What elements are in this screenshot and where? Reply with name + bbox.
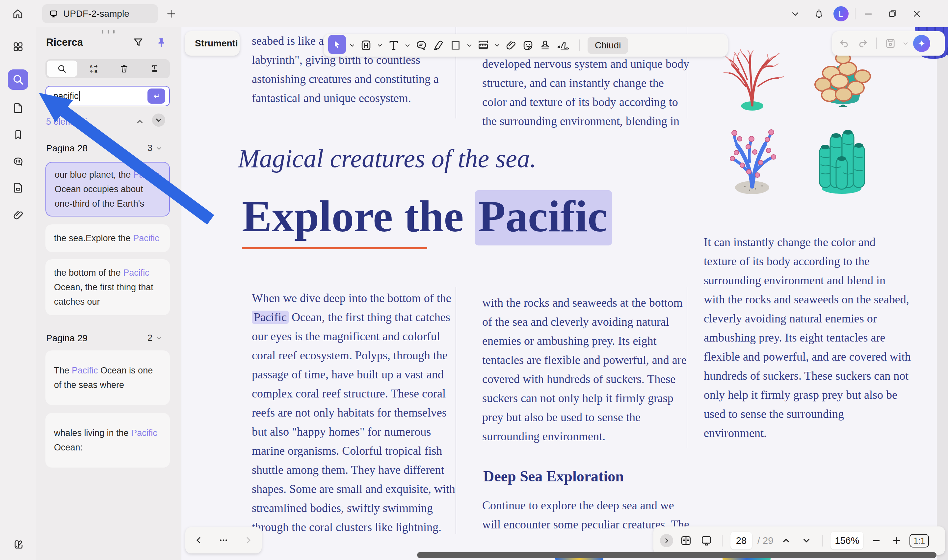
select-tool-dropdown[interactable] <box>348 38 356 53</box>
close-button[interactable] <box>909 6 925 22</box>
zoom-level-input[interactable]: 156% <box>831 532 863 549</box>
square-icon <box>450 40 461 51</box>
text-tool-button[interactable] <box>386 38 401 53</box>
enter-icon <box>152 91 161 101</box>
themes-button[interactable] <box>8 534 28 554</box>
window-menu-button[interactable] <box>788 6 803 22</box>
text-line: only help it firmly grasp prey but also … <box>704 385 911 405</box>
attach-tool-button[interactable] <box>503 38 518 53</box>
group-count[interactable]: 2 <box>148 333 163 343</box>
document-tab[interactable]: UPDF-2-sample <box>42 4 158 23</box>
tab-redact[interactable] <box>140 59 170 78</box>
search-submit-button[interactable] <box>148 89 165 104</box>
select-tool-button[interactable] <box>328 35 346 54</box>
text-line: Continue to explore the deep sea and we <box>482 496 689 515</box>
zoom-in-button[interactable] <box>889 533 904 548</box>
bottom-left-column-lines: our eyes is the magnificent and colorful… <box>252 327 455 537</box>
toolbar-divider <box>579 40 580 51</box>
text-line: hundreds of suckers. These suckers can n… <box>704 366 911 385</box>
search-result-item[interactable]: the bottom of the Pacific Ocean, the fir… <box>45 259 170 315</box>
measure-tool-dropdown[interactable] <box>493 38 501 53</box>
minus-icon <box>871 535 881 546</box>
tab-replace[interactable]: AB <box>79 59 109 78</box>
shape-tool-button[interactable] <box>448 38 463 53</box>
stamp-tool-button[interactable] <box>538 38 553 53</box>
sticker-tool-button[interactable] <box>520 38 536 53</box>
previous-page-chevron[interactable] <box>778 533 794 548</box>
tab-delete[interactable] <box>109 59 140 78</box>
save-dropdown[interactable] <box>901 36 910 51</box>
two-page-view-icon <box>680 534 692 547</box>
toolbar-divider <box>822 535 823 546</box>
plus-icon <box>166 9 176 19</box>
previous-page-button[interactable] <box>194 535 204 545</box>
shape-tool-dropdown[interactable] <box>465 38 474 53</box>
undo-button[interactable] <box>837 36 852 51</box>
more-options-button[interactable] <box>218 535 229 546</box>
chevron-down-icon <box>466 42 473 49</box>
heading-tool-button[interactable] <box>358 38 374 53</box>
notifications-button[interactable] <box>811 6 827 22</box>
collapse-bar-button[interactable] <box>660 534 673 547</box>
pages-panel-button[interactable] <box>8 98 28 118</box>
tab-title: UPDF-2-sample <box>63 9 129 19</box>
coral-image-blue-pink <box>719 126 785 195</box>
previous-result-button[interactable] <box>135 117 145 127</box>
svg-text:B: B <box>94 69 97 74</box>
search-result-item[interactable]: our blue planet, the Pacific Ocean occup… <box>45 162 170 217</box>
presentation-button[interactable] <box>699 533 714 548</box>
measure-tool-button[interactable] <box>476 38 491 53</box>
new-tab-button[interactable] <box>163 6 179 22</box>
group-count[interactable]: 3 <box>148 143 163 153</box>
page-layout-button[interactable] <box>678 533 694 548</box>
minimize-button[interactable] <box>860 6 876 22</box>
comment-bubble-icon <box>12 156 24 168</box>
pin-panel-button[interactable] <box>154 35 168 50</box>
search-result-item[interactable]: The Pacific Ocean is one of the seas whe… <box>45 351 170 405</box>
actual-size-button[interactable]: 1:1 <box>909 534 929 548</box>
thumbnails-panel-button[interactable] <box>8 177 28 198</box>
heading-tool-dropdown[interactable] <box>376 38 384 53</box>
text-line: through the coral clusters like lightnin… <box>252 518 455 537</box>
pdf-page: Pacific Ocean occupies about one-third o… <box>181 0 948 560</box>
text-line: It can instantly change the color and <box>704 232 911 252</box>
signature-tool-button[interactable] <box>555 38 574 53</box>
filter-button[interactable] <box>131 35 145 50</box>
restore-button[interactable] <box>885 6 900 22</box>
document-tab-icon <box>49 9 59 19</box>
zoom-out-button[interactable] <box>869 533 884 548</box>
column-divider <box>456 287 456 534</box>
redo-button[interactable] <box>855 36 870 51</box>
bookmarks-panel-button[interactable] <box>8 125 28 145</box>
tab-search[interactable] <box>47 60 77 77</box>
search-result-item[interactable]: whales living in the Pacific Ocean: <box>45 413 170 468</box>
apps-grid-button[interactable] <box>8 37 28 57</box>
comment-tool-button[interactable] <box>414 38 429 53</box>
chiudi-button[interactable]: Chiudi <box>587 37 628 54</box>
sticker-icon <box>522 39 534 52</box>
attachments-panel-button[interactable] <box>8 205 28 225</box>
panel-title: Ricerca <box>46 37 83 48</box>
save-button[interactable] <box>883 36 898 51</box>
search-panel-button[interactable] <box>8 69 28 90</box>
text-tool-dropdown[interactable] <box>403 38 412 53</box>
panel-drag-handle[interactable] <box>102 30 114 34</box>
search-input[interactable]: pacific <box>45 86 170 106</box>
text-line: ambushing prey. Its eight tentacles are <box>704 328 911 347</box>
ai-sparkle-icon: ✦ <box>918 38 925 49</box>
next-page-button[interactable] <box>243 535 253 545</box>
comments-panel-button[interactable] <box>8 152 28 172</box>
next-result-button[interactable] <box>152 114 165 127</box>
next-page-chevron[interactable] <box>799 533 814 548</box>
home-button[interactable] <box>10 6 26 22</box>
bookmark-icon <box>12 129 24 140</box>
chevron-down-icon <box>790 9 800 19</box>
strumenti-button[interactable]: Strumenti <box>185 31 240 55</box>
avatar[interactable]: L <box>834 6 849 22</box>
page-number-input[interactable]: 28 <box>731 532 752 549</box>
horizontal-scrollbar[interactable] <box>417 552 936 558</box>
vertical-scrollbar-gutter[interactable] <box>937 0 948 560</box>
highlighter-tool-button[interactable] <box>431 38 446 53</box>
ai-assistant-button[interactable]: ✦ <box>913 35 930 52</box>
search-result-item[interactable]: the sea.Explore the Pacific <box>45 225 170 252</box>
